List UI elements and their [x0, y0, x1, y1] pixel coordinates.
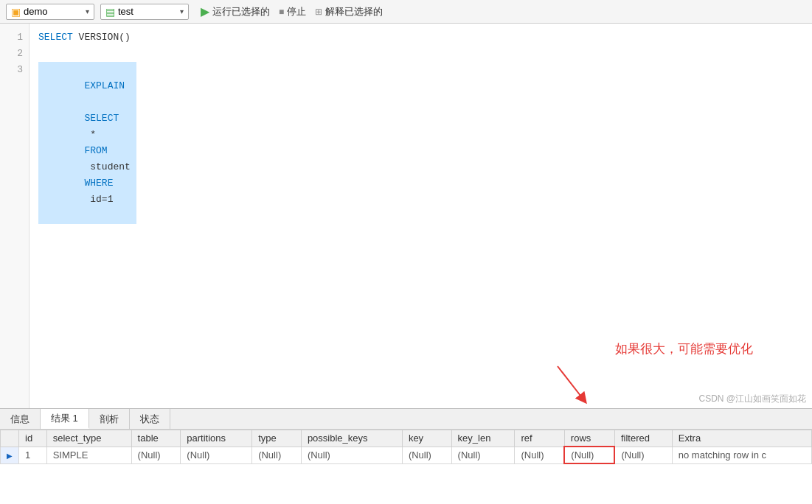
bottom-panel: 信息 结果 1 剖析 状态 id select_type table parti…: [0, 408, 812, 504]
editor-area: 1 2 3 SELECT VERSION() EXPLAIN SELECT * …: [0, 24, 812, 408]
keyword-select2: SELECT: [84, 113, 119, 124]
stop-icon: ■: [279, 7, 284, 17]
col-type: type: [252, 430, 302, 447]
run-label: 运行已选择的: [212, 5, 270, 18]
cell-rows: (Null): [564, 447, 614, 463]
line-number-3: 3: [0, 62, 29, 78]
db-dropdown-arrow: ▾: [86, 7, 89, 15]
stop-button[interactable]: ■ 停止: [279, 5, 306, 18]
table-selector[interactable]: ▤ test ▾: [100, 4, 189, 20]
explain-icon: ⊞: [315, 7, 322, 17]
explain-button[interactable]: ⊞ 解释已选择的: [315, 5, 383, 18]
toolbar: ▣ demo ▾ ▤ test ▾ ▶ 运行已选择的 ■ 停止 ⊞ 解释已选择的: [0, 0, 812, 24]
db-label: demo: [24, 6, 48, 17]
db-selector[interactable]: ▣ demo ▾: [6, 4, 94, 20]
cell-id: 1: [19, 447, 47, 463]
table-label: test: [118, 6, 133, 17]
table-icon: ▤: [105, 6, 115, 18]
col-key-len: key_len: [451, 430, 515, 447]
cell-table: (Null): [131, 447, 181, 463]
cell-select-type: SIMPLE: [46, 447, 131, 463]
run-button[interactable]: ▶ 运行已选择的: [201, 4, 270, 18]
tab-info[interactable]: 信息: [0, 409, 41, 429]
result-table-wrapper[interactable]: id select_type table partitions type pos…: [0, 430, 812, 504]
col-extra: Extra: [672, 430, 811, 447]
line-numbers: 1 2 3: [0, 24, 30, 408]
col-key: key: [402, 430, 451, 447]
line-number-2: 2: [0, 46, 29, 62]
col-table: table: [131, 430, 181, 447]
code-space: [84, 97, 90, 108]
code-line-3: EXPLAIN SELECT * FROM student WHERE id=1: [38, 62, 803, 224]
col-id: id: [19, 430, 47, 447]
cell-extra: no matching row in c: [672, 447, 811, 463]
col-select-type: select_type: [46, 430, 131, 447]
cell-key: (Null): [402, 447, 451, 463]
keyword-select: SELECT: [38, 29, 73, 46]
cell-partitions: (Null): [181, 447, 252, 463]
code-line-2: [38, 46, 803, 62]
code-text-1: VERSION(): [73, 29, 131, 46]
col-rows: rows: [564, 430, 614, 447]
col-filtered: filtered: [614, 430, 672, 447]
code-condition: id=1: [84, 194, 113, 205]
table-header-row: id select_type table partitions type pos…: [1, 430, 812, 447]
col-possible-keys: possible_keys: [301, 430, 402, 447]
code-editor[interactable]: SELECT VERSION() EXPLAIN SELECT * FROM s…: [30, 24, 812, 408]
watermark: CSDN @江山如画笑面如花: [698, 393, 806, 405]
toolbar-actions: ▶ 运行已选择的 ■ 停止 ⊞ 解释已选择的: [201, 4, 383, 18]
line-number-1: 1: [0, 29, 29, 46]
code-line-1: SELECT VERSION(): [38, 29, 803, 46]
cell-type: (Null): [252, 447, 302, 463]
explain-label: 解释已选择的: [325, 5, 383, 18]
play-icon: ▶: [201, 4, 209, 18]
col-ref: ref: [515, 430, 564, 447]
db-icon: ▣: [11, 6, 21, 18]
col-indicator: [1, 430, 19, 447]
code-star: *: [84, 129, 101, 140]
keyword-explain: EXPLAIN: [84, 80, 125, 91]
row-indicator: ▶: [1, 447, 19, 463]
table-dropdown-arrow: ▾: [180, 7, 184, 15]
col-partitions: partitions: [181, 430, 252, 447]
code-table: student: [84, 161, 136, 172]
row-arrow-icon: ▶: [7, 452, 13, 460]
keyword-where: WHERE: [84, 178, 113, 189]
stop-label: 停止: [287, 5, 306, 18]
cell-possible-keys: (Null): [301, 447, 402, 463]
tab-profile[interactable]: 剖析: [89, 409, 130, 429]
tab-result1[interactable]: 结果 1: [41, 409, 89, 429]
cell-filtered: (Null): [614, 447, 672, 463]
cell-ref: (Null): [515, 447, 564, 463]
cell-key-len: (Null): [451, 447, 515, 463]
highlighted-line: EXPLAIN SELECT * FROM student WHERE id=1: [38, 62, 136, 224]
tab-bar: 信息 结果 1 剖析 状态: [0, 409, 812, 430]
keyword-from: FROM: [84, 145, 107, 156]
tab-status[interactable]: 状态: [130, 409, 170, 429]
result-table: id select_type table partitions type pos…: [0, 430, 812, 464]
table-row: ▶ 1 SIMPLE (Null) (Null) (Null) (Null) (…: [1, 447, 812, 463]
